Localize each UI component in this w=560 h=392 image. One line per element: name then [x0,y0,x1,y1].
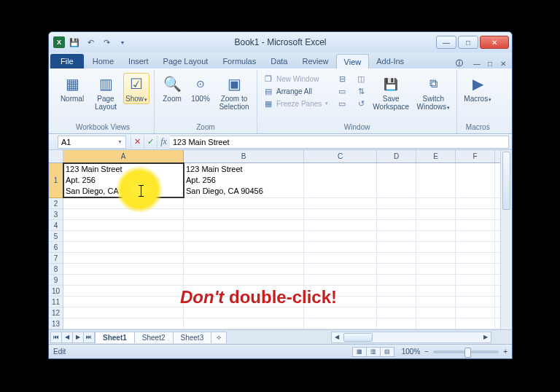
zoom-out-button[interactable]: − [424,348,429,356]
formula-input[interactable]: 123 Main Street [170,136,509,149]
cell-A4[interactable] [63,220,184,230]
cell-A10[interactable] [63,286,184,296]
hide-button[interactable]: ▭ [335,85,349,97]
minimize-button[interactable]: — [436,36,456,49]
zoom-100-button[interactable]: ⊙ 100% [188,73,213,104]
page-layout-button[interactable]: ▥ Page Layout [91,73,120,112]
sheet-tab-2[interactable]: Sheet2 [134,332,174,343]
name-box[interactable]: A1 ▼ [58,136,126,149]
cell-E3[interactable] [416,209,456,219]
zoom-button[interactable]: 🔍 Zoom [159,73,185,104]
show-button[interactable]: ☑ Show▾ [123,73,149,104]
cell-A9[interactable] [63,275,184,285]
cell-A8[interactable] [63,264,184,274]
macros-button[interactable]: ▶ Macros▾ [462,73,494,104]
row-header-10[interactable]: 10 [49,286,63,297]
cell-B5[interactable] [184,231,304,241]
cell-C9[interactable] [304,275,377,285]
cell-D3[interactable] [377,209,416,219]
cell-C13[interactable] [304,318,377,329]
column-header-D[interactable]: D [377,150,416,162]
scrollbar-thumb[interactable] [502,152,510,210]
cell-F9[interactable] [456,275,495,285]
grid[interactable]: ABCDEF 123 Main Street Apt. 256 San Dieg… [63,150,500,329]
tab-page-layout[interactable]: Page Layout [156,54,216,68]
mdi-close-icon[interactable]: ✕ [497,58,509,68]
view-pagebreak-icon[interactable]: ▤ [380,347,394,357]
cell-E7[interactable] [416,253,456,263]
cell-C5[interactable] [304,231,377,241]
cell-C4[interactable] [304,220,377,230]
cell-D5[interactable] [377,231,416,241]
cell-D10[interactable] [377,286,416,296]
cell-D8[interactable] [377,264,416,274]
cell-E8[interactable] [416,264,456,274]
cell-E13[interactable] [416,318,456,329]
view-side-button[interactable]: ◫ [354,73,368,85]
row-header-3[interactable]: 3 [49,209,63,220]
zoom-percent[interactable]: 100% [402,348,421,356]
zoom-slider[interactable] [433,350,499,353]
tab-addins[interactable]: Add-Ins [369,54,411,68]
row-header-8[interactable]: 8 [49,264,63,275]
enter-edit-button[interactable]: ✓ [144,136,157,149]
cell-F11[interactable] [456,297,495,307]
cell-D2[interactable] [377,198,416,208]
cell-A11[interactable] [63,297,184,307]
row-header-6[interactable]: 6 [49,242,63,253]
zoom-to-selection-button[interactable]: ▣ Zoom to Selection [216,73,252,112]
file-tab[interactable]: File [50,54,84,68]
save-icon[interactable]: 💾 [68,36,81,49]
split-button[interactable]: ⊟ [335,73,349,85]
cell-D1[interactable] [377,163,416,197]
row-header-2[interactable]: 2 [49,198,63,209]
cell-E9[interactable] [416,275,456,285]
row-header-11[interactable]: 11 [49,297,63,307]
cell-C12[interactable] [304,307,377,318]
column-header-A[interactable]: A [63,150,184,162]
sync-scroll-button[interactable]: ⇅ [354,85,368,97]
switch-windows-button[interactable]: ⧉ Switch Windows▾ [414,73,452,112]
cell-A1[interactable]: 123 Main Street Apt. 256 San Diego, CA 9… [63,163,184,197]
new-sheet-button[interactable]: ✧ [211,332,227,343]
cell-E6[interactable] [416,242,456,252]
zoom-in-button[interactable]: + [503,348,508,356]
mdi-restore-icon[interactable]: □ [484,58,496,68]
reset-pos-button[interactable]: ↺ [354,98,368,109]
cell-D11[interactable] [377,297,416,307]
cell-E11[interactable] [416,297,456,307]
row-header-7[interactable]: 7 [49,253,63,264]
cell-D12[interactable] [377,307,416,318]
tab-nav-prev-icon[interactable]: ◀ [61,332,73,343]
tab-nav-last-icon[interactable]: ⏭ [83,332,95,343]
cell-A7[interactable] [63,253,184,263]
cell-D13[interactable] [377,318,416,329]
cell-B9[interactable] [184,275,304,285]
column-header-B[interactable]: B [184,150,304,162]
mdi-minimize-icon[interactable]: — [471,58,483,68]
cell-F2[interactable] [456,198,495,208]
row-header-5[interactable]: 5 [49,231,63,242]
cell-B7[interactable] [184,253,304,263]
column-header-C[interactable]: C [304,150,377,162]
cell-C7[interactable] [304,253,377,263]
tab-nav-first-icon[interactable]: ⏮ [50,332,62,343]
sheet-tab-3[interactable]: Sheet3 [173,332,212,343]
tab-insert[interactable]: Insert [121,54,156,68]
hscroll-left-icon[interactable]: ◀ [332,334,342,340]
insert-function-button[interactable]: fx [157,136,170,149]
cell-F12[interactable] [456,307,495,318]
cell-E10[interactable] [416,286,456,296]
normal-view-button[interactable]: ▦ Normal [56,73,88,104]
row-header-9[interactable]: 9 [49,275,63,286]
cell-F1[interactable] [456,163,495,197]
horizontal-scrollbar[interactable]: ◀ ▶ [331,332,491,343]
cancel-edit-button[interactable]: ✕ [131,136,144,149]
name-box-dropdown-icon[interactable]: ▼ [117,139,122,144]
cell-F4[interactable] [456,220,495,230]
cell-D6[interactable] [377,242,416,252]
qat-dropdown-icon[interactable]: ▼ [116,36,129,49]
cell-A2[interactable] [63,198,184,208]
cell-E4[interactable] [416,220,456,230]
cell-F6[interactable] [456,242,495,252]
